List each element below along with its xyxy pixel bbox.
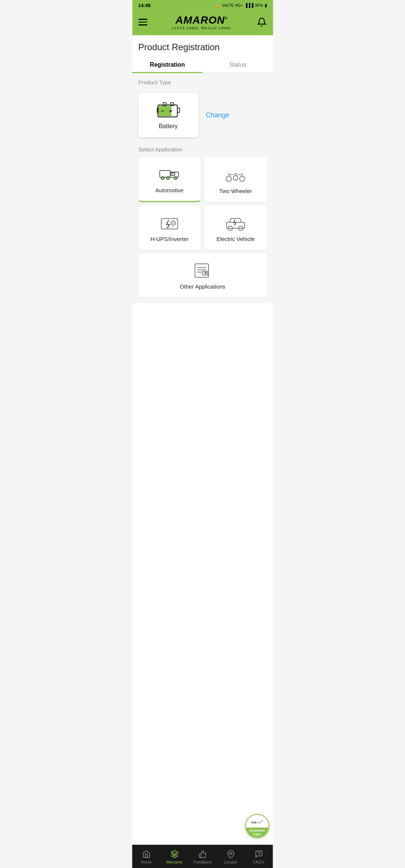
nav-faqs[interactable]: FAQ's bbox=[245, 850, 273, 864]
signal-icon: 🔒 bbox=[215, 3, 220, 8]
tab-bar: Registration Status bbox=[132, 57, 273, 73]
app-two-wheeler[interactable]: Two Wheeler bbox=[204, 157, 267, 202]
application-section: Select Application Automotiv bbox=[132, 143, 273, 303]
logo-tagline: LASTS LONG, REALLY LONG. bbox=[171, 26, 232, 30]
product-type-label: Product Type bbox=[138, 79, 267, 85]
automotive-icon bbox=[159, 166, 180, 183]
menu-button[interactable] bbox=[138, 19, 147, 25]
app-hups-inverter[interactable]: H-UPS/Inverter bbox=[138, 206, 201, 250]
automotive-label: Automotive bbox=[155, 187, 183, 193]
network-text: VoLTE 4G+ bbox=[222, 3, 243, 7]
two-wheeler-label: Two Wheeler bbox=[219, 188, 252, 194]
logo-text: AMARON® bbox=[171, 14, 232, 26]
tab-registration[interactable]: Registration bbox=[132, 57, 203, 73]
svg-point-34 bbox=[230, 852, 232, 855]
svg-point-10 bbox=[161, 177, 164, 180]
change-button[interactable]: Change bbox=[203, 108, 232, 122]
nav-locator[interactable]: Locator bbox=[217, 850, 245, 864]
hups-label: H-UPS/Inverter bbox=[150, 236, 189, 242]
svg-rect-8 bbox=[160, 171, 170, 177]
feedback-nav-label: Feedback bbox=[194, 860, 212, 864]
battery-icon: ▮ bbox=[265, 3, 267, 8]
signal-bars-icon: ▐▐▐ bbox=[244, 3, 253, 7]
status-bar: 14:48 🔒 VoLTE 4G+ ▐▐▐ 90% ▮ bbox=[132, 0, 273, 10]
ev-icon bbox=[225, 215, 246, 231]
app-automotive[interactable]: Automotive bbox=[138, 157, 201, 202]
nav-warranty[interactable]: Warranty bbox=[160, 850, 189, 864]
nav-feedback[interactable]: Feedback bbox=[189, 850, 217, 864]
bottom-navigation: Home Warranty Feedback bbox=[132, 845, 273, 868]
svg-point-16 bbox=[233, 176, 238, 180]
app-other[interactable]: Other Applications bbox=[138, 253, 267, 297]
application-label: Select Application bbox=[138, 146, 267, 153]
other-label: Other Applications bbox=[180, 283, 225, 290]
nav-home[interactable]: Home bbox=[132, 850, 160, 864]
battery-icon: − + bbox=[156, 100, 180, 120]
customer-care-button[interactable]: AMcare® Customer Care bbox=[245, 814, 269, 838]
hups-icon bbox=[159, 215, 180, 231]
home-nav-label: Home bbox=[141, 860, 152, 864]
customer-care-logo: AMcare® bbox=[246, 815, 268, 828]
svg-line-18 bbox=[235, 173, 236, 174]
page-content: Product Registration Registration Status… bbox=[132, 35, 273, 844]
application-grid: Automotive bbox=[138, 157, 267, 297]
locator-nav-label: Locator bbox=[224, 860, 238, 864]
warranty-icon bbox=[170, 850, 179, 859]
app-electric-vehicle[interactable]: Electric Vehicle bbox=[204, 206, 267, 250]
svg-text:−: − bbox=[160, 108, 164, 114]
tab-status[interactable]: Status bbox=[202, 57, 273, 73]
svg-point-11 bbox=[166, 177, 170, 180]
app-header: AMARON® LASTS LONG, REALLY LONG. bbox=[132, 10, 273, 35]
svg-point-14 bbox=[226, 176, 231, 181]
svg-point-12 bbox=[174, 177, 177, 180]
battery-text: 90% bbox=[255, 3, 263, 7]
svg-point-15 bbox=[240, 176, 245, 181]
status-icons: 🔒 VoLTE 4G+ ▐▐▐ 90% ▮ bbox=[215, 3, 267, 8]
product-type-row: − + Battery Change bbox=[132, 93, 273, 143]
faqs-nav-label: FAQ's bbox=[253, 860, 264, 864]
other-icon bbox=[192, 262, 213, 279]
ev-label: Electric Vehicle bbox=[216, 236, 255, 242]
page-title: Product Registration bbox=[132, 35, 273, 57]
svg-rect-1 bbox=[177, 108, 180, 112]
logo: AMARON® LASTS LONG, REALLY LONG. bbox=[171, 14, 232, 30]
faqs-icon bbox=[254, 850, 263, 859]
svg-line-17 bbox=[228, 174, 230, 174]
two-wheeler-icon bbox=[225, 167, 246, 183]
home-icon bbox=[142, 850, 151, 859]
notification-button[interactable] bbox=[256, 17, 267, 27]
locator-icon bbox=[226, 850, 235, 859]
svg-line-19 bbox=[242, 174, 243, 174]
svg-rect-13 bbox=[171, 173, 175, 175]
status-time: 14:48 bbox=[138, 3, 151, 8]
battery-label: Battery bbox=[159, 123, 178, 130]
product-battery-card[interactable]: − + Battery bbox=[138, 93, 198, 137]
feedback-icon bbox=[198, 850, 207, 859]
product-type-section: Product Type bbox=[132, 73, 273, 93]
svg-text:+: + bbox=[169, 108, 172, 114]
warranty-nav-label: Warranty bbox=[166, 860, 183, 864]
